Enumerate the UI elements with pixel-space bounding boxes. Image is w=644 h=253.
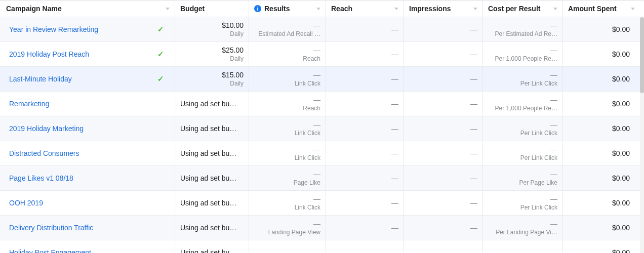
header-cost-per-result[interactable]: Cost per Result [483,1,563,17]
results-sublabel: Page Like [294,179,320,186]
table-row[interactable]: OOH 2019Using ad set bu…—Link Click———Pe… [0,191,644,216]
table-row[interactable]: 2019 Holiday MarketingUsing ad set bu…—L… [0,116,644,141]
header-amount-spent[interactable]: Amount Spent [563,1,640,17]
table-row[interactable]: Year in Review Remarketing✓$10.00Daily—E… [0,17,644,42]
cell-campaign-name: Distracted Consumers [0,141,175,165]
header-label: Budget [180,5,244,13]
cell-campaign-name: Last-Minute Holiday✓ [0,67,175,91]
cell-reach: — [326,240,404,253]
budget-value: Using ad set bu… [180,100,236,108]
cpr-value: — [550,96,557,104]
reach-value: — [391,25,398,33]
budget-value: Using ad set bu… [180,124,236,133]
cpr-value: — [550,248,557,253]
cell-reach: — [326,92,404,116]
header-label: Impressions [409,5,470,13]
campaign-name-link[interactable]: Distracted Consumers [9,149,79,157]
cell-campaign-name: Remarketing [0,92,175,116]
sort-caret-icon [631,8,635,10]
results-value: — [313,170,320,178]
table-row[interactable]: Holiday Post EngagementUsing ad set bu…—… [0,240,644,253]
cell-impressions: — [404,17,483,41]
cell-cost-per-result: —Per Estimated Ad Re… [483,17,563,41]
cell-amount-spent: $0.00 [563,42,640,66]
reach-value: — [391,149,398,157]
table-row[interactable]: 2019 Holiday Post Reach✓$25.00Daily—Reac… [0,42,644,67]
cell-campaign-name: Holiday Post Engagement [0,240,175,253]
cpr-sublabel: Per 1,000 People Re… [495,55,557,62]
cell-amount-spent: $0.00 [563,216,640,240]
cell-cost-per-result: —Per Page Like [483,166,563,190]
cell-cost-per-result: — [483,240,563,253]
campaign-name-link[interactable]: Last-Minute Holiday [9,75,72,83]
impressions-value: — [470,224,477,232]
cell-budget: $15.00Daily [175,67,249,91]
impressions-value: — [470,75,477,83]
header-label: Reach [331,5,391,13]
budget-value: Using ad set bu… [180,199,236,207]
header-label: Results [264,5,313,13]
campaigns-table: Campaign Name Budget i Results Reach Imp… [0,0,644,253]
header-budget[interactable]: Budget [175,1,249,17]
cell-campaign-name: Year in Review Remarketing✓ [0,17,175,41]
results-sublabel: Estimated Ad Recall … [258,30,320,37]
cell-budget: Using ad set bu… [175,92,249,116]
header-reach[interactable]: Reach [326,1,404,17]
table-row[interactable]: Page Likes v1 08/18Using ad set bu…—Page… [0,166,644,191]
cell-reach: — [326,67,404,91]
table-body: Year in Review Remarketing✓$10.00Daily—E… [0,17,644,253]
campaign-name-link[interactable]: 2019 Holiday Marketing [9,124,84,133]
header-results[interactable]: i Results [249,1,326,17]
cell-budget: $25.00Daily [175,42,249,66]
campaign-name-link[interactable]: Page Likes v1 08/18 [9,174,73,182]
campaign-name-link[interactable]: Holiday Post Engagement [9,248,91,253]
results-value: — [313,96,320,104]
impressions-value: — [470,199,477,207]
reach-value: — [391,124,398,133]
cell-amount-spent: $0.00 [563,141,640,165]
cpr-sublabel: Per Landing Page Vi… [496,229,557,236]
cell-results: —Link Click [249,67,326,91]
sort-caret-icon [473,8,477,10]
checkmark-icon: ✓ [156,50,165,58]
cpr-sublabel: Per Estimated Ad Re… [495,30,557,37]
cell-results: —Link Click [249,141,326,165]
amount-spent-value: $0.00 [612,224,630,232]
sort-caret-icon [316,8,320,10]
cell-reach: — [326,191,404,215]
amount-spent-value: $0.00 [612,124,630,133]
scrollbar-thumb[interactable] [640,17,644,93]
table-row[interactable]: Last-Minute Holiday✓$15.00Daily—Link Cli… [0,67,644,92]
info-icon[interactable]: i [254,5,261,12]
impressions-value: — [470,100,477,108]
campaign-name-link[interactable]: 2019 Holiday Post Reach [9,50,89,58]
header-campaign-name[interactable]: Campaign Name [0,1,175,17]
cell-results: —Reach [249,92,326,116]
cpr-sublabel: Per Link Click [520,130,557,137]
cell-budget: $10.00Daily [175,17,249,41]
table-row[interactable]: RemarketingUsing ad set bu…—Reach———Per … [0,92,644,116]
budget-value: $15.00 [222,71,244,79]
campaign-name-link[interactable]: Delivery Distribution Traffic [9,224,93,232]
results-value: — [313,220,320,228]
campaign-name-link[interactable]: Remarketing [9,100,49,108]
impressions-value: — [470,50,477,58]
impressions-value: — [470,25,477,33]
results-sublabel: Link Click [295,80,320,87]
header-impressions[interactable]: Impressions [404,1,483,17]
campaign-name-link[interactable]: OOH 2019 [9,199,43,207]
amount-spent-value: $0.00 [612,75,630,83]
amount-spent-value: $0.00 [612,100,630,108]
campaign-name-link[interactable]: Year in Review Remarketing [9,25,98,33]
impressions-value: — [470,124,477,133]
cell-results: —Estimated Ad Recall … [249,17,326,41]
budget-value: $10.00 [222,21,244,29]
table-row[interactable]: Distracted ConsumersUsing ad set bu…—Lin… [0,141,644,166]
cell-results: —Reach [249,42,326,66]
cell-impressions: — [404,92,483,116]
results-sublabel: Reach [303,105,320,112]
vertical-scrollbar[interactable] [640,17,644,253]
cpr-sublabel: Per Link Click [520,154,557,161]
amount-spent-value: $0.00 [612,25,630,33]
table-row[interactable]: Delivery Distribution TrafficUsing ad se… [0,216,644,240]
